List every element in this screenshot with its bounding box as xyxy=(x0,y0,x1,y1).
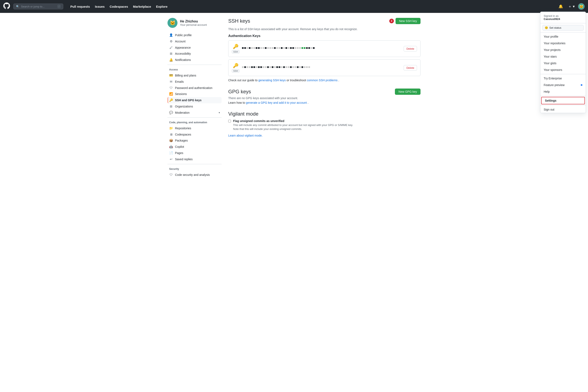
nav-pull-requests[interactable]: Pull requests xyxy=(68,4,92,10)
sidebar-user: 🐱 He Zhizhou Your personal account xyxy=(167,18,222,28)
sidebar-item-emails[interactable]: ✉ Emails xyxy=(167,78,222,85)
sidebar-item-ssh-gpg[interactable]: 🔑 SSH and GPG keys xyxy=(167,97,222,103)
ssh-keys-header: SSH keys 3 New SSH key xyxy=(228,18,421,24)
set-status-button[interactable]: 🙂 Set status xyxy=(542,25,584,30)
ssh-count-badge: 3 xyxy=(389,19,394,23)
sidebar-label-code-security: Code security and analysis xyxy=(175,173,210,176)
main-content: SSH keys 3 New SSH key This is a list of… xyxy=(228,18,421,178)
gpg-empty-state: There are no GPG keys associated with yo… xyxy=(228,96,421,100)
user-avatar[interactable]: 🐱 xyxy=(578,3,585,10)
sidebar-security-label: Security xyxy=(167,168,222,170)
vigilant-desc-2: Note that this will include your existin… xyxy=(233,128,353,130)
dropdown-help[interactable]: Help xyxy=(540,88,586,95)
sidebar-code-label: Code, planning, and automation xyxy=(167,121,222,124)
sidebar-item-packages[interactable]: 📦 Packages xyxy=(167,138,222,144)
vigilant-checkbox[interactable] xyxy=(228,120,231,122)
vigilant-checkbox-label: Flag unsigned commits as unverified xyxy=(233,119,353,123)
vigilant-learn-link[interactable]: Learn about vigilant mode. xyxy=(228,134,262,137)
key-icon: 🔑 xyxy=(169,98,173,102)
sidebar-label-appearance: Appearance xyxy=(175,46,191,49)
search-bar[interactable]: 🔍 Search or jump to... / xyxy=(13,4,63,9)
dropdown-your-repositories[interactable]: Your repositories xyxy=(540,40,586,46)
accessibility-icon: ⊞ xyxy=(169,52,173,56)
vigilant-mode-section: Vigilant mode Flag unsigned commits as u… xyxy=(228,111,421,137)
gpg-keys-title: GPG keys xyxy=(228,89,251,94)
user-icon: 👤 xyxy=(169,33,173,37)
repos-icon: 📁 xyxy=(169,126,173,130)
sidebar-item-copilot[interactable]: 🤖 Copilot xyxy=(167,144,222,150)
key-icon-1: 🔑 xyxy=(233,44,238,49)
key-info-1 xyxy=(242,47,401,50)
dropdown-your-profile[interactable]: Your profile xyxy=(540,33,586,40)
generate-gpg-key-link[interactable]: generate a GPG key and add it to your ac… xyxy=(246,101,307,104)
github-logo-icon[interactable] xyxy=(3,2,10,10)
delete-ssh-key-2-button[interactable]: Delete xyxy=(404,65,417,71)
sidebar-label-sessions: Sessions xyxy=(175,92,187,96)
sidebar-item-sessions[interactable]: 📶 Sessions xyxy=(167,91,222,97)
dropdown-your-sponsors[interactable]: Your sponsors xyxy=(540,66,586,73)
sidebar-item-account[interactable]: ⚙ Account xyxy=(167,38,222,44)
dropdown-header: Signed in as Cassius0924 xyxy=(540,12,586,23)
sidebar-item-billing[interactable]: 💳 Billing and plans xyxy=(167,72,222,78)
sidebar-label-saved-replies: Saved replies xyxy=(175,158,193,161)
sidebar-label-public-profile: Public profile xyxy=(175,34,192,37)
codespaces-icon: 🖥 xyxy=(169,132,173,136)
sidebar-label-copilot: Copilot xyxy=(175,145,184,148)
sidebar-label-packages: Packages xyxy=(175,139,188,142)
sidebar-item-notifications[interactable]: 🔔 Notifications xyxy=(167,57,222,63)
sidebar-item-password[interactable]: 🛡 Password and authentication xyxy=(167,85,222,91)
gpg-learn-text: Learn how to generate a GPG key and add … xyxy=(228,101,421,104)
dropdown-try-enterprise[interactable]: Try Enterprise xyxy=(540,75,586,82)
dropdown-divider-3 xyxy=(540,96,586,96)
generating-ssh-keys-link[interactable]: generating SSH keys xyxy=(258,78,286,82)
sidebar-username: He Zhizhou xyxy=(180,20,207,23)
shield-icon: 🛡 xyxy=(169,86,173,90)
notifications-button[interactable]: 🔔 xyxy=(557,3,565,10)
nav-explore[interactable]: Explore xyxy=(154,4,170,10)
code-security-icon: 🛡 xyxy=(169,173,173,176)
sidebar-item-accessibility[interactable]: ⊞ Accessibility xyxy=(167,50,222,57)
dropdown-divider-1 xyxy=(540,32,586,32)
new-ssh-key-button[interactable]: New SSH key xyxy=(396,18,421,24)
feature-preview-badge xyxy=(581,84,582,86)
ssh-header-right: 3 New SSH key xyxy=(389,18,421,24)
brush-icon: 🖊 xyxy=(169,46,173,49)
nav-codespaces[interactable]: Codespaces xyxy=(108,4,130,10)
sidebar-label-pages: Pages xyxy=(175,151,183,155)
search-kbd: / xyxy=(58,5,61,8)
dropdown-your-gists[interactable]: Your gists xyxy=(540,60,586,66)
nav-issues[interactable]: Issues xyxy=(93,4,107,10)
new-gpg-key-button[interactable]: New GPG key xyxy=(395,88,421,95)
common-ssh-problems-link[interactable]: common SSH problems xyxy=(307,78,338,82)
dropdown-your-stars[interactable]: Your stars xyxy=(540,53,586,60)
dropdown-sign-out[interactable]: Sign out xyxy=(540,106,586,113)
gpg-keys-section: GPG keys New GPG key There are no GPG ke… xyxy=(228,88,421,104)
sidebar-item-codespaces[interactable]: 🖥 Codespaces xyxy=(167,131,222,138)
package-icon: 📦 xyxy=(169,139,173,142)
bell-icon: 🔔 xyxy=(169,58,173,62)
sidebar-item-pages[interactable]: 📄 Pages xyxy=(167,150,222,156)
dropdown-settings[interactable]: Settings xyxy=(541,97,585,104)
nav-marketplace[interactable]: Marketplace xyxy=(131,4,153,10)
sidebar-item-appearance[interactable]: 🖊 Appearance xyxy=(167,44,222,50)
dropdown-feature-preview[interactable]: Feature preview xyxy=(540,82,586,88)
avatar-image: 🐱 xyxy=(578,4,584,9)
navbar-right: 🔔 ＋ ▾ 🐱 xyxy=(557,3,585,10)
delete-ssh-key-1-button[interactable]: Delete xyxy=(404,46,417,52)
key-icon-wrap-1: 🔑 SSH xyxy=(232,44,239,54)
sidebar-item-saved-replies[interactable]: ↩ Saved replies xyxy=(167,156,222,162)
chevron-down-icon: ▾ xyxy=(219,111,220,114)
sidebar-item-organizations[interactable]: ⊞ Organizations xyxy=(167,103,222,110)
search-icon: 🔍 xyxy=(16,5,19,8)
mail-icon: ✉ xyxy=(169,80,173,84)
sidebar-item-moderation[interactable]: 💬 Moderation ▾ xyxy=(167,110,222,116)
set-status-label: Set status xyxy=(549,26,561,29)
sidebar-item-repositories[interactable]: 📁 Repositories xyxy=(167,125,222,131)
create-button[interactable]: ＋ ▾ xyxy=(566,3,576,10)
sidebar-item-public-profile[interactable]: 👤 Public profile xyxy=(167,32,222,38)
dropdown-your-projects[interactable]: Your projects xyxy=(540,46,586,53)
sidebar-item-code-security[interactable]: 🛡 Code security and analysis xyxy=(167,172,222,178)
sidebar-label-notifications: Notifications xyxy=(175,58,191,62)
user-dropdown-menu: Signed in as Cassius0924 🙂 Set status Yo… xyxy=(540,12,586,113)
sidebar-label-password: Password and authentication xyxy=(175,86,212,90)
